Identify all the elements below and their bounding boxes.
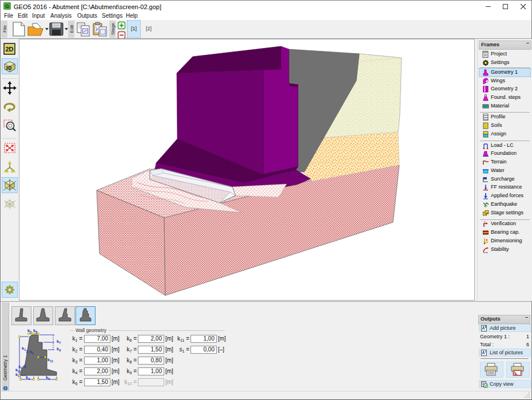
svg-text:i: i xyxy=(5,386,5,390)
svg-text:k7: k7 xyxy=(57,339,61,345)
svg-text:k6: k6 xyxy=(46,375,50,381)
svg-text:2D: 2D xyxy=(5,46,13,53)
svg-text:k9: k9 xyxy=(57,346,61,352)
svg-text:G: G xyxy=(5,3,9,9)
svg-text:k4: k4 xyxy=(26,375,30,381)
svg-text:k11: k11 xyxy=(47,357,53,363)
svg-text:k1: k1 xyxy=(22,346,26,351)
svg-text:s2:1: s2:1 xyxy=(18,364,26,370)
svg-text:3D: 3D xyxy=(6,65,12,71)
